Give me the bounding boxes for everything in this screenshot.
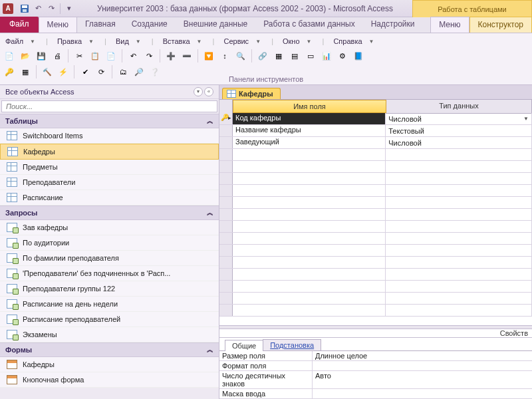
cut-icon[interactable]: ✂ bbox=[72, 49, 86, 63]
data-type-cell[interactable]: Числовой▼ bbox=[386, 113, 532, 124]
field-row[interactable] bbox=[219, 233, 532, 245]
dropdown-icon[interactable]: ▼ bbox=[523, 116, 529, 122]
nav-item[interactable]: Предметы bbox=[0, 160, 219, 175]
data-type-cell[interactable] bbox=[386, 293, 532, 304]
row-selector[interactable] bbox=[219, 113, 233, 124]
field-name-cell[interactable] bbox=[233, 293, 386, 304]
data-type-cell[interactable]: Числовой bbox=[386, 137, 532, 148]
field-name-cell[interactable]: Код кафедры bbox=[233, 113, 386, 124]
data-type-cell[interactable] bbox=[386, 197, 532, 208]
menu-window[interactable]: Окно bbox=[280, 37, 303, 45]
data-type-cell[interactable] bbox=[386, 149, 532, 160]
field-name-cell[interactable] bbox=[233, 281, 386, 292]
menu-edit[interactable]: Правка bbox=[55, 37, 84, 45]
field-row[interactable] bbox=[219, 197, 532, 209]
query-icon[interactable]: ▤ bbox=[288, 49, 301, 63]
report-icon[interactable]: 📊 bbox=[320, 49, 333, 63]
nav-item[interactable]: Расписание преподавателей bbox=[0, 312, 219, 327]
data-type-cell[interactable] bbox=[386, 281, 532, 292]
field-name-cell[interactable]: Заведующий bbox=[233, 137, 386, 148]
chevron-down-icon[interactable]: ▼ bbox=[369, 39, 374, 45]
macro-icon[interactable]: ⚙ bbox=[336, 49, 349, 63]
nav-group-header[interactable]: Таблицы︽ bbox=[0, 114, 219, 128]
property-row[interactable]: Размер поляДлинное целое bbox=[219, 351, 532, 361]
row-selector[interactable] bbox=[219, 221, 233, 232]
insert-rows-icon[interactable]: ➕ bbox=[164, 49, 178, 63]
tab-external[interactable]: Внешние данные bbox=[176, 17, 256, 33]
field-name-cell[interactable] bbox=[233, 221, 386, 232]
table-icon[interactable]: ▦ bbox=[272, 49, 285, 63]
chevron-up-icon[interactable]: ︽ bbox=[207, 116, 213, 126]
undo-icon[interactable]: ↶ bbox=[32, 3, 44, 15]
property-value[interactable] bbox=[313, 389, 532, 398]
row-selector[interactable] bbox=[219, 197, 233, 208]
row-selector-header[interactable] bbox=[219, 100, 233, 113]
menu-file[interactable]: Файл bbox=[3, 37, 26, 45]
field-row[interactable] bbox=[219, 221, 532, 233]
nav-item[interactable]: Кафедры bbox=[0, 357, 219, 372]
data-type-cell[interactable] bbox=[386, 245, 532, 256]
redo-icon[interactable]: ↷ bbox=[45, 3, 57, 15]
data-type-cell[interactable] bbox=[386, 185, 532, 196]
tab-menu[interactable]: Меню bbox=[39, 17, 77, 33]
field-name-cell[interactable] bbox=[233, 269, 386, 280]
field-row[interactable] bbox=[219, 245, 532, 257]
field-name-cell[interactable] bbox=[233, 233, 386, 244]
nav-item[interactable]: Кнопочная форма bbox=[0, 372, 219, 388]
sort-icon[interactable]: ↕ bbox=[218, 49, 231, 63]
property-row[interactable]: Маска ввода bbox=[219, 389, 532, 399]
file-tab[interactable]: Файл bbox=[0, 17, 39, 33]
chevron-down-icon[interactable]: ▼ bbox=[307, 39, 312, 45]
nav-item[interactable]: По аудитории bbox=[0, 235, 219, 251]
data-type-cell[interactable] bbox=[386, 257, 532, 268]
field-name-cell[interactable] bbox=[233, 149, 386, 160]
col-field-name[interactable]: Имя поля bbox=[233, 100, 386, 113]
menu-view[interactable]: Вид bbox=[113, 37, 132, 45]
nav-group-header[interactable]: Запросы︽ bbox=[0, 205, 219, 220]
data-type-cell[interactable] bbox=[386, 209, 532, 220]
nav-item[interactable]: Преподаватели группы 122 bbox=[0, 281, 219, 297]
field-name-cell[interactable] bbox=[233, 245, 386, 256]
field-row[interactable] bbox=[219, 209, 532, 221]
data-type-cell[interactable] bbox=[386, 161, 532, 172]
print-icon[interactable]: 🖨 bbox=[51, 49, 64, 63]
paste-icon[interactable]: 📄 bbox=[104, 49, 118, 63]
qat-customize-icon[interactable]: ▾ bbox=[63, 3, 75, 15]
nav-group-header[interactable]: Формы︽ bbox=[0, 342, 219, 357]
row-selector[interactable] bbox=[219, 245, 233, 256]
relationships-icon[interactable]: 🔗 bbox=[256, 49, 269, 63]
row-selector[interactable] bbox=[219, 125, 233, 136]
row-selector[interactable] bbox=[219, 233, 233, 244]
data-type-cell[interactable] bbox=[386, 173, 532, 184]
tab-lookup[interactable]: Подстановка bbox=[263, 339, 321, 350]
nav-item[interactable]: Экзамены bbox=[0, 327, 219, 342]
data-type-cell[interactable] bbox=[386, 269, 532, 280]
field-row[interactable]: Код кафедрыЧисловой▼ bbox=[219, 113, 532, 125]
tab-dbtools[interactable]: Работа с базами данных bbox=[255, 17, 362, 33]
row-selector[interactable] bbox=[219, 293, 233, 304]
find-icon[interactable]: 🔍 bbox=[234, 49, 247, 63]
property-row[interactable]: Число десятичных знаковАвто bbox=[219, 371, 532, 389]
field-row[interactable] bbox=[219, 281, 532, 293]
field-row[interactable] bbox=[219, 161, 532, 173]
copy-icon[interactable]: 📋 bbox=[88, 49, 102, 63]
chevron-down-icon[interactable]: ▼ bbox=[30, 39, 35, 45]
row-selector[interactable] bbox=[219, 305, 233, 316]
tab-design[interactable]: Конструктор bbox=[469, 17, 532, 33]
nav-menu-icon[interactable]: ▾ bbox=[194, 87, 203, 96]
row-selector[interactable] bbox=[219, 257, 233, 268]
property-value[interactable]: Длинное целое bbox=[313, 351, 532, 360]
row-selector[interactable] bbox=[219, 149, 233, 160]
module-icon[interactable]: 📘 bbox=[352, 49, 365, 63]
field-row[interactable] bbox=[219, 257, 532, 269]
data-type-cell[interactable] bbox=[386, 305, 532, 316]
row-selector[interactable] bbox=[219, 161, 233, 172]
nav-item[interactable]: По фамилии преподавателя bbox=[0, 251, 219, 266]
save-icon[interactable] bbox=[19, 3, 31, 15]
data-type-cell[interactable]: Текстовый bbox=[386, 125, 532, 136]
nav-item[interactable]: Switchboard Items bbox=[0, 128, 219, 144]
field-row[interactable] bbox=[219, 269, 532, 281]
tab-addins[interactable]: Надстройки bbox=[363, 17, 423, 33]
field-name-cell[interactable] bbox=[233, 161, 386, 172]
field-row[interactable]: ЗаведующийЧисловой bbox=[219, 137, 532, 149]
